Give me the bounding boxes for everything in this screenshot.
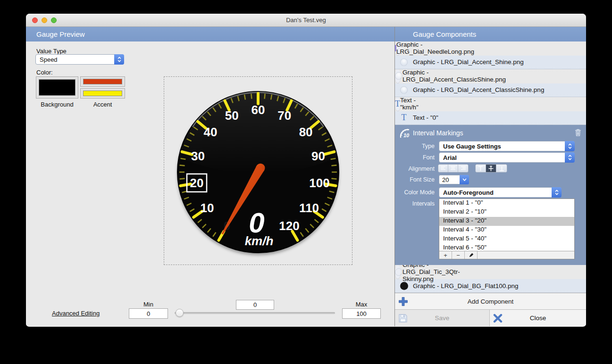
font-label: Font <box>395 154 435 161</box>
interval-list-item[interactable]: Interval 2 - "10" <box>439 208 574 217</box>
component-row[interactable]: Graphic - LRG_Dial_NeedleLong.png <box>395 41 401 56</box>
vertical-alignment-group <box>475 164 507 173</box>
min-label: Min <box>129 301 168 308</box>
component-row[interactable]: Graphic - LRG_Dial_Tic_3Qtr-Skinny.png <box>395 265 401 279</box>
gauge-preview-header: Gauge Preview <box>26 27 394 41</box>
align-left-button[interactable] <box>438 165 448 172</box>
type-select[interactable]: Use Gauge Settings <box>439 141 575 151</box>
align-middle-icon <box>488 165 494 172</box>
svg-text:60: 60 <box>252 103 265 117</box>
tick-graphic-icon <box>395 268 402 276</box>
font-size-select[interactable]: 20 <box>439 175 469 184</box>
edit-interval-button[interactable] <box>465 251 478 259</box>
slider-thumb[interactable] <box>176 309 184 317</box>
background-color-well[interactable] <box>36 76 78 99</box>
pencil-icon <box>469 253 474 258</box>
value-slider[interactable] <box>175 309 335 317</box>
intervals-label: Intervals <box>395 200 435 207</box>
close-label: Close <box>530 314 546 322</box>
add-interval-button[interactable]: + <box>439 251 452 259</box>
shine-graphic-icon <box>395 72 402 80</box>
save-button[interactable]: Save <box>395 310 489 326</box>
floppy-disk-icon <box>398 314 408 324</box>
text-component-icon: T <box>402 113 407 123</box>
title-bar[interactable]: Dan's Test.veg <box>26 14 586 27</box>
svg-text:100: 100 <box>309 176 329 190</box>
accent-orange-swatch <box>83 79 122 84</box>
save-label: Save <box>435 314 450 322</box>
align-bottom-button[interactable] <box>496 165 507 172</box>
component-row-label: Text - "0" <box>413 114 438 121</box>
gauge-components-header: Gauge Components <box>395 27 586 41</box>
gauge-canvas[interactable]: 01020304050607080901001101200km/h <box>164 76 352 265</box>
add-component-label: Add Component <box>468 298 514 305</box>
svg-text:120: 120 <box>279 219 299 233</box>
chevron-updown-icon <box>552 187 562 198</box>
accent-color-well-2[interactable] <box>80 88 125 99</box>
add-component-button[interactable]: Add Component <box>395 293 586 309</box>
interval-markings-title: Interval Markings <box>413 129 463 137</box>
svg-text:10: 10 <box>403 132 410 138</box>
gauge-preview-panel: Gauge Preview Value Type Speed Color: <box>26 27 394 326</box>
interval-markings-section: 10 Interval Markings Type <box>395 125 586 265</box>
interval-list-item[interactable]: Interval 5 - "40" <box>439 235 574 244</box>
align-bottom-icon <box>499 165 505 172</box>
dial-background-icon <box>400 282 408 290</box>
align-top-icon <box>478 165 484 172</box>
align-right-icon <box>461 165 466 171</box>
component-row[interactable]: TText - "km/h" <box>395 97 401 111</box>
component-row-label: Graphic - LRG_Dial_Accent_Shine.png <box>413 58 524 66</box>
speedometer-gauge: 01020304050607080901001101200km/h <box>164 77 352 265</box>
accent-color-well-1[interactable] <box>80 76 125 87</box>
component-row[interactable]: TText - "0" <box>395 111 586 125</box>
align-right-button[interactable] <box>458 165 468 172</box>
font-value: Arial <box>439 154 565 161</box>
component-row[interactable]: Graphic - LRG_Dial_Accent_ClassicShine.p… <box>395 83 586 98</box>
delete-component-button[interactable] <box>574 128 582 137</box>
component-row-label: Graphic - LRG_Dial_NeedleLong.png <box>396 41 474 55</box>
interval-list-item[interactable]: Interval 3 - "20" <box>439 217 574 226</box>
component-row-label: Text - "km/h" <box>400 97 419 111</box>
slider-track[interactable] <box>175 312 335 314</box>
alignment-label: Alignment <box>395 165 435 172</box>
chevron-updown-icon <box>565 152 575 163</box>
min-value-input[interactable] <box>129 308 168 319</box>
component-row[interactable]: Graphic - LRG_Dial_Accent_Shine.png <box>395 56 586 70</box>
components-top-list: Graphic - LRG_Dial_NeedleLong.pngGraphic… <box>395 41 586 125</box>
align-center-icon <box>450 165 456 171</box>
color-mode-select[interactable]: Auto-Foreground <box>439 187 562 198</box>
close-button[interactable]: Close <box>489 310 586 326</box>
max-label: Max <box>342 301 381 308</box>
advanced-editing-link[interactable]: Advanced Editing <box>52 310 100 317</box>
align-center-button[interactable] <box>448 165 458 172</box>
chevron-down-icon <box>460 175 469 184</box>
trash-icon <box>575 129 581 136</box>
current-value-input[interactable] <box>236 300 274 310</box>
svg-text:90: 90 <box>311 149 325 163</box>
component-row-label: Graphic - LRG_Dial_Accent_ClassicShine.p… <box>402 69 506 83</box>
color-mode-label: Color Mode <box>395 189 435 196</box>
chevron-updown-icon <box>565 141 575 151</box>
max-value-input[interactable] <box>342 308 381 319</box>
background-color-swatch <box>39 79 75 96</box>
font-select[interactable]: Arial <box>439 152 575 163</box>
svg-text:30: 30 <box>191 149 205 163</box>
intervals-toolbar: + − <box>439 251 574 259</box>
intervals-listbox: Interval 1 - "0"Interval 2 - "10"Interva… <box>439 199 575 259</box>
background-swatch-label: Background <box>36 101 78 108</box>
interval-list-item[interactable]: Interval 6 - "50" <box>439 244 574 251</box>
type-value: Use Gauge Settings <box>439 143 565 150</box>
component-row[interactable]: Graphic - LRG_Dial_Accent_ClassicShine.p… <box>395 69 401 83</box>
font-size-label: Font Size <box>395 176 435 183</box>
remove-interval-button[interactable]: − <box>452 251 465 259</box>
interval-list-item[interactable]: Interval 4 - "30" <box>439 226 574 235</box>
interval-list-item[interactable]: Interval 1 - "0" <box>439 199 574 208</box>
value-type-select[interactable]: Speed <box>35 54 124 65</box>
color-label: Color: <box>36 69 53 76</box>
align-left-icon <box>440 165 446 171</box>
svg-text:50: 50 <box>225 108 239 123</box>
align-middle-button[interactable] <box>486 165 496 172</box>
align-top-button[interactable] <box>476 165 486 172</box>
plus-icon <box>398 297 408 308</box>
svg-text:km/h: km/h <box>245 234 274 248</box>
